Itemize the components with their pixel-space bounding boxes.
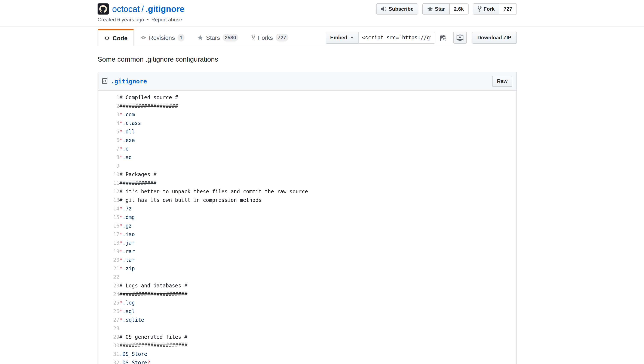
line-number[interactable]: 2 [98,102,119,110]
line-number[interactable]: 10 [98,170,119,179]
meta-dot: • [147,17,149,23]
line-number[interactable]: 14 [98,204,119,213]
line-number[interactable]: 28 [98,324,119,333]
tab-revisions[interactable]: Revisions 1 [134,29,191,46]
code-line-content: *.zip [119,264,516,273]
code-line: 29# OS generated files # [98,333,516,341]
line-number[interactable]: 7 [98,144,119,153]
line-number[interactable]: 27 [98,316,119,324]
owner-link[interactable]: octocat [112,4,140,14]
code-line: 31.DS_Store [98,350,516,358]
line-number[interactable]: 31 [98,350,119,358]
line-number[interactable]: 20 [98,256,119,264]
star-button[interactable]: Star [423,4,450,14]
line-number[interactable]: 6 [98,136,119,144]
code-line: 28 [98,324,516,333]
fork-button[interactable]: Fork [473,4,499,14]
star-icon [198,35,204,41]
tab-revisions-label: Revisions [149,33,175,42]
commit-icon [140,35,146,41]
title-block: octocat/.gitignore Created 6 years ago •… [98,4,184,23]
tab-stars[interactable]: Stars 2580 [191,29,245,46]
tab-forks[interactable]: Forks 727 [245,29,295,46]
code-line-content: *.class [119,119,516,128]
embed-select-button[interactable]: Embed [325,32,358,44]
line-number[interactable]: 8 [98,153,119,162]
line-number[interactable]: 24 [98,290,119,298]
avatar[interactable] [98,4,109,14]
code-line-content: *.log [119,298,516,307]
line-number[interactable]: 13 [98,196,119,204]
line-number[interactable]: 18 [98,239,119,247]
file-name-link[interactable]: .gitignore [111,78,147,85]
code-viewer: 1# Compiled source #2###################… [98,91,516,364]
gist-file-icon [102,78,107,85]
line-number[interactable]: 19 [98,247,119,256]
tab-code[interactable]: Code [98,29,134,46]
code-line: 21*.zip [98,264,516,273]
fork-icon [251,35,255,41]
code-line: 22 [98,273,516,282]
code-line: 16*.gz [98,222,516,230]
code-line: 6*.exe [98,136,516,144]
tab-stars-label: Stars [206,33,220,42]
gist-page: octocat/.gitignore Created 6 years ago •… [0,0,644,364]
line-number[interactable]: 21 [98,264,119,273]
code-line: 25*.log [98,298,516,307]
line-number[interactable]: 1 [98,93,119,102]
gist-description: Some common .gitignore configurations [98,55,517,64]
code-line-content: *.gz [119,222,516,230]
code-line: 32.DS_Store? [98,358,516,364]
star-count[interactable]: 2.6k [449,4,469,14]
code-line-content [119,324,516,333]
line-number[interactable]: 16 [98,222,119,230]
line-number[interactable]: 17 [98,230,119,239]
line-number[interactable]: 26 [98,307,119,316]
code-line: 18*.jar [98,239,516,247]
code-line-content: *.iso [119,230,516,239]
code-line-content: ###################### [119,290,516,298]
code-line-content: ############ [119,179,516,187]
download-button[interactable] [453,32,467,44]
line-number[interactable]: 5 [98,128,119,136]
download-zip-button[interactable]: Download ZIP [472,32,517,44]
line-number[interactable]: 29 [98,333,119,341]
code-line-content: # git has its own built in compression m… [119,196,516,204]
raw-button[interactable]: Raw [492,76,512,87]
line-number[interactable]: 25 [98,298,119,307]
page-title: octocat/.gitignore [112,4,184,14]
page-head: octocat/.gitignore Created 6 years ago •… [0,0,644,27]
code-line-content: *.exe [119,136,516,144]
line-number[interactable]: 22 [98,273,119,282]
code-line: 1# Compiled source # [98,93,516,102]
line-number[interactable]: 9 [98,162,119,170]
line-number[interactable]: 30 [98,341,119,350]
gist-name-link[interactable]: .gitignore [146,4,184,14]
code-line-content: *.sql [119,307,516,316]
download-icon [456,34,463,41]
fork-count[interactable]: 727 [499,4,517,14]
line-number[interactable]: 11 [98,179,119,187]
line-number[interactable]: 3 [98,110,119,119]
line-number[interactable]: 12 [98,187,119,196]
code-line: 14*.7z [98,204,516,213]
code-line: 17*.iso [98,230,516,239]
code-line: 24###################### [98,290,516,298]
embed-url-input[interactable] [358,32,435,44]
code-line: 15*.dmg [98,213,516,222]
report-abuse-link[interactable]: Report abuse [151,17,182,23]
embed-toolbar: Embed Download ZIP [325,32,517,44]
line-number[interactable]: 15 [98,213,119,222]
code-line-content: *.so [119,153,516,162]
fork-group: Fork 727 [473,4,517,14]
subscribe-button[interactable]: Subscribe [376,4,418,14]
copy-button[interactable] [437,32,449,42]
tabnav: Code Revisions 1 Stars 2580 Forks 727 [98,29,295,46]
line-number[interactable]: 23 [98,282,119,290]
line-number[interactable]: 32 [98,358,119,364]
code-line: 19*.rar [98,247,516,256]
code-line-content: *.tar [119,256,516,264]
line-number[interactable]: 4 [98,119,119,128]
star-group: Star 2.6k [423,4,469,14]
forks-counter: 727 [276,34,288,42]
